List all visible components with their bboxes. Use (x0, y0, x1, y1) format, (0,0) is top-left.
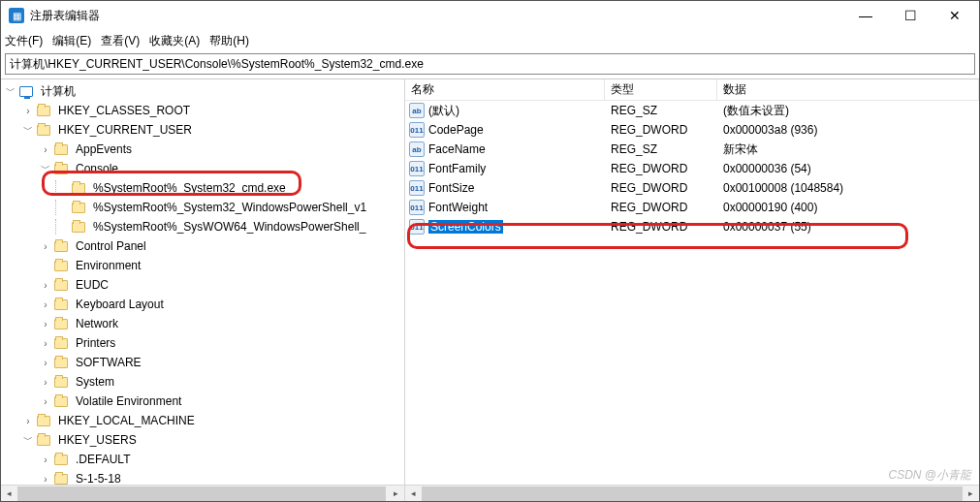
expand-icon[interactable]: › (38, 316, 53, 331)
value-row[interactable]: 011ScreenColorsREG_DWORD0x00000037 (55) (405, 217, 979, 236)
menu-file[interactable]: 文件(F) (5, 33, 43, 49)
binary-value-icon: 011 (409, 122, 425, 138)
value-type: REG_DWORD (605, 201, 717, 214)
minimize-button[interactable]: — (843, 1, 888, 30)
string-value-icon: ab (409, 141, 425, 157)
tree-sw[interactable]: SOFTWARE (73, 355, 144, 370)
binary-value-icon: 011 (409, 180, 425, 196)
tree-hku[interactable]: HKEY_USERS (55, 432, 140, 448)
expand-icon[interactable]: › (20, 413, 36, 428)
menu-bar[interactable]: 文件(F) 编辑(E) 查看(V) 收藏夹(A) 帮助(H) (1, 30, 979, 51)
horizontal-scrollbar[interactable]: ◂▸ (405, 485, 979, 501)
tree-default[interactable]: .DEFAULT (73, 452, 133, 467)
value-type: REG_SZ (605, 142, 717, 156)
menu-favorites[interactable]: 收藏夹(A) (149, 33, 200, 49)
maximize-button[interactable]: ☐ (888, 1, 933, 30)
tree-pane[interactable]: ﹀计算机 ›HKEY_CLASSES_ROOT ﹀HKEY_CURRENT_US… (1, 79, 404, 501)
tree-hkcu[interactable]: HKEY_CURRENT_USER (55, 122, 195, 138)
address-text: 计算机\HKEY_CURRENT_USER\Console\%SystemRoo… (10, 56, 424, 73)
horizontal-scrollbar[interactable]: ◂▸ (1, 485, 404, 501)
value-name: FontWeight (428, 201, 488, 214)
close-button[interactable]: ✕ (933, 1, 977, 30)
value-type: REG_DWORD (605, 162, 717, 175)
value-row[interactable]: 011FontSizeREG_DWORD0x00100008 (1048584) (405, 178, 979, 198)
value-name: FontFamily (428, 162, 486, 175)
expand-icon[interactable]: › (38, 374, 53, 390)
titlebar[interactable]: ▦ 注册表编辑器 — ☐ ✕ (1, 1, 979, 30)
tree-env[interactable]: Environment (73, 258, 143, 273)
value-name: CodePage (428, 123, 484, 137)
window-title: 注册表编辑器 (30, 8, 843, 24)
folder-icon (36, 103, 51, 118)
folder-icon (71, 180, 86, 196)
tree-key-cmd[interactable]: %SystemRoot%_System32_cmd.exe (90, 180, 289, 196)
folder-icon (53, 258, 69, 273)
computer-icon (18, 83, 34, 99)
expand-icon[interactable]: › (38, 335, 53, 351)
column-headers[interactable]: 名称 类型 数据 (405, 79, 979, 101)
value-data: 新宋体 (717, 141, 979, 158)
col-data[interactable]: 数据 (717, 79, 979, 100)
expand-icon[interactable]: › (38, 297, 53, 312)
folder-icon (53, 141, 69, 157)
address-bar[interactable]: 计算机\HKEY_CURRENT_USER\Console\%SystemRoo… (5, 53, 975, 75)
expand-icon[interactable]: › (38, 393, 53, 409)
folder-icon (53, 238, 69, 254)
expand-icon[interactable]: › (38, 355, 53, 370)
tree-prn[interactable]: Printers (73, 335, 118, 351)
tree-cpl[interactable]: Control Panel (73, 238, 149, 254)
folder-icon (53, 374, 69, 390)
menu-edit[interactable]: 编辑(E) (52, 33, 91, 49)
folder-icon (53, 355, 69, 370)
tree-hkcr[interactable]: HKEY_CLASSES_ROOT (55, 103, 193, 118)
value-type: REG_DWORD (605, 123, 717, 137)
value-type: REG_SZ (605, 104, 717, 117)
expand-icon[interactable]: › (38, 471, 53, 485)
col-type[interactable]: 类型 (605, 79, 717, 100)
tree-eudc[interactable]: EUDC (73, 277, 111, 293)
value-row[interactable]: ab(默认)REG_SZ(数值未设置) (405, 101, 979, 120)
value-type: REG_DWORD (605, 181, 717, 195)
tree-root[interactable]: 计算机 (38, 82, 79, 101)
value-row[interactable]: 011FontWeightREG_DWORD0x00000190 (400) (405, 198, 979, 217)
expand-icon[interactable]: ﹀ (20, 122, 36, 138)
tree-key-ps[interactable]: %SystemRoot%_System32_WindowsPowerShell_… (90, 200, 369, 215)
binary-value-icon: 011 (409, 200, 425, 215)
tree-sys[interactable]: System (73, 374, 117, 390)
col-name[interactable]: 名称 (405, 79, 605, 100)
value-name: ScreenColors (428, 220, 503, 234)
tree-net[interactable]: Network (73, 316, 121, 331)
binary-value-icon: 011 (409, 219, 425, 235)
value-row[interactable]: abFaceNameREG_SZ新宋体 (405, 140, 979, 159)
expand-icon[interactable]: ﹀ (20, 432, 36, 448)
menu-help[interactable]: 帮助(H) (209, 33, 249, 49)
expand-icon[interactable]: › (20, 103, 36, 118)
menu-view[interactable]: 查看(V) (101, 33, 140, 49)
tree-kbd[interactable]: Keyboard Layout (73, 297, 167, 312)
value-type: REG_DWORD (605, 220, 717, 234)
tree-console[interactable]: Console (73, 161, 121, 176)
folder-icon (53, 161, 69, 176)
value-row[interactable]: 011CodePageREG_DWORD0x000003a8 (936) (405, 120, 979, 140)
tree-key-ps64[interactable]: %SystemRoot%_SysWOW64_WindowsPowerShell_ (90, 219, 368, 235)
expand-icon[interactable]: ﹀ (3, 83, 18, 99)
folder-icon (53, 335, 69, 351)
expand-icon[interactable]: › (38, 277, 53, 293)
folder-icon (36, 413, 51, 428)
tree-volenv[interactable]: Volatile Environment (73, 393, 184, 409)
tree-hklm[interactable]: HKEY_LOCAL_MACHINE (55, 413, 198, 428)
expand-icon[interactable]: › (38, 238, 53, 254)
expand-icon[interactable]: ﹀ (38, 161, 53, 176)
value-data: 0x00000037 (55) (717, 220, 979, 234)
expand-icon[interactable]: › (38, 141, 53, 157)
value-row[interactable]: 011FontFamilyREG_DWORD0x00000036 (54) (405, 159, 979, 178)
value-data: 0x00000190 (400) (717, 201, 979, 214)
tree-appevents[interactable]: AppEvents (73, 141, 135, 157)
string-value-icon: ab (409, 103, 425, 118)
values-pane[interactable]: 名称 类型 数据 ab(默认)REG_SZ(数值未设置)011CodePageR… (405, 79, 979, 501)
value-name: FaceName (428, 142, 486, 156)
folder-icon (53, 393, 69, 409)
expand-icon[interactable]: › (38, 452, 53, 467)
tree-s1518[interactable]: S-1-5-18 (73, 471, 124, 485)
binary-value-icon: 011 (409, 161, 425, 176)
